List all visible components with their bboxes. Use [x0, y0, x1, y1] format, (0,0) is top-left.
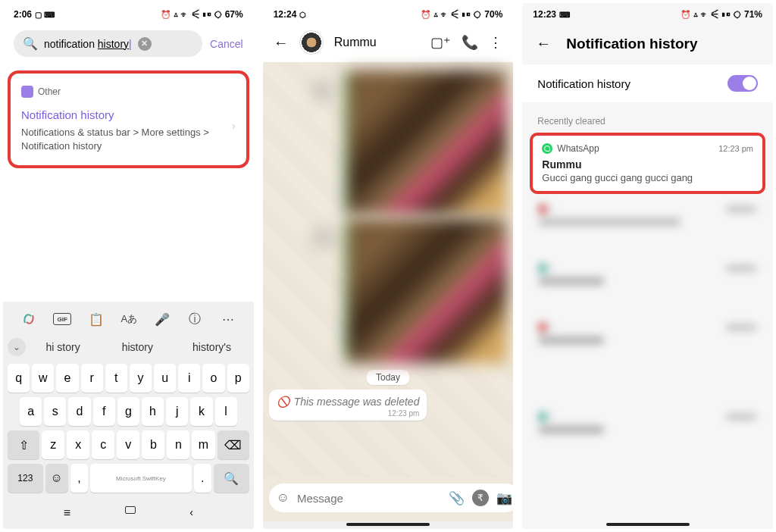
- key-h[interactable]: h: [142, 397, 164, 426]
- cancel-button[interactable]: Cancel: [210, 38, 243, 50]
- key-comma[interactable]: ,: [70, 464, 88, 493]
- key-v[interactable]: v: [117, 430, 139, 459]
- video-call-icon[interactable]: ▢⁺: [430, 34, 451, 51]
- nav-kb-icon[interactable]: [125, 506, 136, 514]
- nav-bar: ≡ ‹: [6, 497, 251, 526]
- status-time: 12:23: [533, 9, 556, 20]
- key-search[interactable]: 🔍: [214, 464, 249, 493]
- key-a[interactable]: a: [20, 397, 42, 426]
- status-bar: 2:06 ▢ ⌨ ⏰ ⁂ ᯤ ⚟ ▮◧ ◯67%: [3, 3, 254, 23]
- image-message[interactable]: ↻: [345, 219, 507, 363]
- message-input[interactable]: ☺ 📎 ₹ 📷: [269, 483, 514, 512]
- date-separator: Today: [367, 370, 409, 385]
- key-y[interactable]: y: [130, 364, 152, 393]
- kb-mic-icon[interactable]: 🎤: [154, 311, 171, 327]
- blurred-item: [534, 200, 761, 244]
- blurred-notifications: [522, 200, 773, 467]
- toggle-label: Notification history: [537, 77, 630, 90]
- voice-call-icon[interactable]: 📞: [462, 34, 478, 51]
- forward-icon[interactable]: ↻: [312, 80, 333, 101]
- toggle-row[interactable]: Notification history: [522, 64, 773, 102]
- back-icon[interactable]: ←: [536, 35, 551, 52]
- more-icon[interactable]: ⋮: [489, 34, 502, 51]
- key-n[interactable]: n: [167, 430, 189, 459]
- forward-icon[interactable]: ↻: [312, 228, 333, 249]
- key-l[interactable]: l: [215, 397, 237, 426]
- kb-row-1: qwertyuiop: [6, 364, 251, 393]
- key-r[interactable]: r: [81, 364, 103, 393]
- key-w[interactable]: w: [32, 364, 54, 393]
- search-result[interactable]: Other Notification history Notifications…: [8, 70, 249, 168]
- key-emoji[interactable]: ☺: [45, 464, 68, 493]
- kb-info-icon[interactable]: ⓘ: [186, 311, 203, 327]
- chat-body[interactable]: ↻ ↻ Today 🚫This message was deleted 12:2…: [263, 62, 514, 477]
- kb-more-icon[interactable]: ⋯: [220, 311, 236, 327]
- key-backspace[interactable]: ⌫: [217, 430, 249, 459]
- kb-row-2: asdfghjkl: [6, 397, 251, 426]
- key-t[interactable]: t: [105, 364, 127, 393]
- key-x[interactable]: x: [67, 430, 89, 459]
- key-m[interactable]: m: [192, 430, 214, 459]
- key-period[interactable]: .: [194, 464, 211, 493]
- keyboard: GIF 📋 Aあ 🎤 ⓘ ⋯ ⌄ hi story history histor…: [3, 302, 254, 529]
- back-icon[interactable]: ←: [274, 34, 289, 52]
- input-bar: ☺ 📎 ₹ 📷 🎤: [263, 477, 514, 521]
- prohibited-icon: 🚫: [277, 396, 289, 408]
- kb-gif-icon[interactable]: GIF: [53, 313, 71, 325]
- home-indicator[interactable]: [606, 523, 690, 526]
- payment-icon[interactable]: ₹: [472, 490, 489, 506]
- kb-row-3: ⇧ zxcvbnm ⌫: [6, 430, 251, 459]
- image-message[interactable]: ↻: [345, 70, 507, 214]
- key-i[interactable]: i: [178, 364, 200, 393]
- toggle-switch[interactable]: [728, 75, 758, 92]
- screen-settings-search: 2:06 ▢ ⌨ ⏰ ⁂ ᯤ ⚟ ▮◧ ◯67% 🔍 notification …: [3, 3, 254, 529]
- suggestion[interactable]: history: [100, 341, 174, 353]
- key-g[interactable]: g: [117, 397, 139, 426]
- search-box[interactable]: 🔍 notification history| ✕: [14, 30, 202, 57]
- kb-translate-icon[interactable]: Aあ: [120, 311, 137, 327]
- kb-copilot-icon[interactable]: [20, 311, 37, 327]
- status-battery: 71%: [744, 9, 762, 20]
- nav-back-icon[interactable]: ‹: [189, 506, 193, 520]
- key-shift[interactable]: ⇧: [8, 430, 39, 459]
- key-f[interactable]: f: [93, 397, 115, 426]
- key-e[interactable]: e: [56, 364, 78, 393]
- key-z[interactable]: z: [42, 430, 64, 459]
- blurred-item: [534, 259, 761, 303]
- contact-name[interactable]: Rummu: [334, 36, 421, 49]
- notif-time: 12:23 pm: [718, 144, 753, 153]
- key-q[interactable]: q: [8, 364, 30, 393]
- key-o[interactable]: o: [202, 364, 224, 393]
- avatar[interactable]: [299, 30, 324, 55]
- nav-menu-icon[interactable]: ≡: [64, 506, 70, 520]
- suggestion[interactable]: hi story: [26, 341, 100, 353]
- emoji-icon[interactable]: ☺: [277, 490, 289, 505]
- suggestion[interactable]: history's: [174, 341, 249, 353]
- notification-card[interactable]: WhatsApp 12:23 pm Rummu Gucci gang gucci…: [530, 133, 765, 194]
- attach-icon[interactable]: 📎: [449, 490, 465, 506]
- chevron-right-icon: ›: [232, 120, 236, 132]
- key-d[interactable]: d: [68, 397, 90, 426]
- key-s[interactable]: s: [44, 397, 66, 426]
- status-battery: 67%: [225, 9, 243, 20]
- notif-body: Gucci gang gucci gang gucci gang: [542, 172, 753, 183]
- key-c[interactable]: c: [92, 430, 114, 459]
- home-indicator[interactable]: [346, 523, 430, 526]
- key-numbers[interactable]: 123: [8, 464, 43, 493]
- kb-clipboard-icon[interactable]: 📋: [88, 311, 105, 327]
- deleted-message[interactable]: 🚫This message was deleted 12:23 pm: [269, 390, 427, 421]
- message-field[interactable]: [297, 492, 441, 505]
- key-space[interactable]: Microsoft SwiftKey: [90, 464, 191, 493]
- status-battery: 70%: [484, 9, 502, 20]
- key-k[interactable]: k: [190, 397, 212, 426]
- key-u[interactable]: u: [154, 364, 176, 393]
- status-icons: ⏰ ⁂ ᯤ ⚟ ▮◧ ◯: [681, 10, 741, 20]
- camera-icon[interactable]: 📷: [496, 490, 512, 506]
- chevron-down-icon[interactable]: ⌄: [8, 338, 26, 356]
- key-j[interactable]: j: [166, 397, 188, 426]
- key-p[interactable]: p: [227, 364, 249, 393]
- clear-icon[interactable]: ✕: [138, 37, 152, 51]
- status-bar: 12:23 ⌨ ⏰ ⁂ ᯤ ⚟ ▮◧ ◯71%: [522, 3, 773, 23]
- key-b[interactable]: b: [142, 430, 164, 459]
- page-header: ← Notification history: [522, 23, 773, 61]
